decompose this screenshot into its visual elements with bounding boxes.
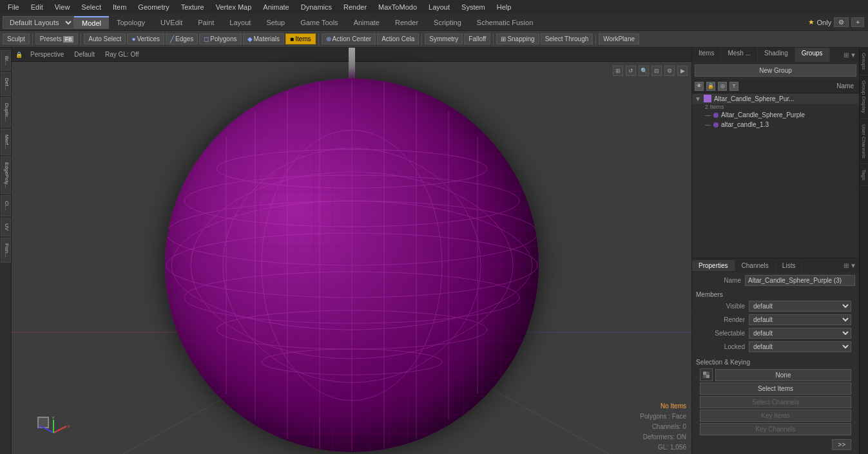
tab-render[interactable]: Render [387, 16, 426, 28]
select-through-button[interactable]: Select Through [541, 33, 593, 44]
gh-type-icon[interactable]: T [729, 82, 738, 91]
perspective-button[interactable]: Perspective [28, 50, 66, 59]
rvtab-groups[interactable]: Groups [860, 48, 868, 75]
tab-schematic[interactable]: Schematic Fusion [469, 16, 541, 28]
tab-topology[interactable]: Topology [109, 16, 153, 28]
materials-button[interactable]: ◆ Materials [243, 33, 285, 44]
action-center-button[interactable]: ⊕ Action Center [322, 33, 376, 44]
ray-gl-button[interactable]: Ray GL: Off [102, 50, 142, 59]
name-label: Name [696, 277, 741, 284]
expand-icon[interactable]: ▶ [677, 66, 688, 76]
pt-tab-lists[interactable]: Lists [776, 260, 803, 271]
menu-view[interactable]: View [50, 2, 75, 12]
polygons-button[interactable]: ◻ Polygons [199, 33, 241, 44]
rp-expand-icon[interactable]: ⊞ [844, 52, 849, 59]
sidebar-tab-edgepoly[interactable]: EdgePoly... [1, 156, 11, 194]
default-button[interactable]: Default [72, 50, 97, 59]
name-input[interactable] [745, 275, 855, 286]
menu-item[interactable]: Item [108, 2, 131, 12]
sep5 [493, 33, 494, 45]
refresh-icon[interactable]: ↺ [626, 66, 636, 76]
menu-system[interactable]: System [456, 2, 490, 12]
rp-tab-groups[interactable]: Groups [795, 48, 830, 62]
add-layout-button[interactable]: + [851, 17, 864, 27]
render-select[interactable]: default [749, 314, 851, 325]
visible-select[interactable]: default [749, 301, 851, 312]
menu-texture[interactable]: Texture [176, 2, 209, 12]
menu-file[interactable]: File [3, 2, 24, 12]
gh-lock-icon[interactable]: 🔒 [706, 82, 715, 91]
tab-game-tools[interactable]: Game Tools [293, 16, 346, 28]
sidebar-tab-merf[interactable]: Merf... [1, 129, 11, 155]
snapping-button[interactable]: ⊞ Snapping [496, 33, 539, 44]
arrow-button[interactable]: >> [832, 439, 851, 450]
pt-tab-properties[interactable]: Properties [692, 260, 735, 271]
menu-geometry[interactable]: Geometry [133, 2, 174, 12]
settings-icon[interactable]: ⚙ [664, 66, 675, 76]
select-items-button[interactable]: Select Items [700, 383, 851, 395]
pt-expand-icon[interactable]: ⊞ [844, 262, 849, 269]
tab-uvedit[interactable]: UVEdit [153, 16, 190, 28]
menu-animate[interactable]: Animate [258, 2, 294, 12]
viewport-canvas[interactable]: X Z Y ⊞ ↺ 🔍 ⊟ ⚙ ▶ No Items Polygons : Fa… [12, 62, 691, 454]
sidebar-tab-uv[interactable]: UV [1, 218, 11, 236]
menu-edit[interactable]: Edit [26, 2, 48, 12]
rvtab-user-channels[interactable]: User Channels [860, 119, 868, 164]
tab-model[interactable]: Model [74, 16, 109, 29]
sidebar-tab-duplic[interactable]: Duplic... [1, 97, 11, 128]
presets-button[interactable]: Presets F8 [35, 33, 78, 44]
tab-animate[interactable]: Animate [346, 16, 387, 28]
falloff-button[interactable]: Falloff [464, 33, 490, 44]
sidebar-tab-br[interactable]: Br... [1, 50, 11, 71]
tab-scripting[interactable]: Scripting [426, 16, 469, 28]
tab-setup[interactable]: Setup [258, 16, 293, 28]
tab-paint[interactable]: Paint [190, 16, 222, 28]
group-count: 2 Items [692, 104, 859, 110]
sculpt-button[interactable]: Sculpt [3, 33, 30, 44]
none-button[interactable]: None [715, 369, 851, 381]
rvtab-tags[interactable]: Tags [860, 164, 868, 186]
group-child-0[interactable]: — Altar_Candle_Sphere_Purple [702, 110, 859, 120]
settings-icon[interactable]: ⚙ [834, 17, 849, 27]
layout-dropdown[interactable]: Default Layouts [3, 16, 74, 29]
menu-maxtomodo[interactable]: MaxToModo [373, 2, 422, 12]
locked-select[interactable]: default [749, 341, 851, 352]
rp-tab-shading[interactable]: Shading [758, 48, 795, 62]
gh-render-icon[interactable]: ◎ [718, 82, 727, 91]
work-plane-button[interactable]: WorkPlane [599, 33, 639, 44]
menu-dynamics[interactable]: Dynamics [296, 2, 337, 12]
items-button[interactable]: ■ Items [285, 33, 316, 44]
tab-layout[interactable]: Layout [222, 16, 258, 28]
menu-help[interactable]: Help [492, 2, 517, 12]
rp-tab-mesh[interactable]: Mesh ... [721, 48, 758, 62]
vertices-button[interactable]: ● Vertices [127, 33, 164, 44]
rp-settings-icon[interactable]: ▼ [850, 52, 856, 59]
child-arrow-1: — [705, 122, 711, 128]
sidebar-tab-cl[interactable]: Cl... [1, 195, 11, 216]
pt-settings-icon[interactable]: ▼ [850, 262, 856, 269]
group-expand-arrow[interactable]: ▼ [695, 95, 701, 102]
group-child-1[interactable]: — altar_candle_1.3 [702, 120, 859, 129]
zoom-icon[interactable]: ⊟ [651, 66, 662, 76]
menu-render[interactable]: Render [338, 2, 372, 12]
menu-layout[interactable]: Layout [423, 2, 455, 12]
svg-point-28 [184, 272, 519, 323]
selectable-select[interactable]: default [749, 328, 851, 339]
auto-select-button[interactable]: Auto Select [84, 33, 126, 44]
sidebar-tab-fish[interactable]: Fish... [1, 238, 11, 263]
group-item[interactable]: ▼ Altar_Candle_Sphere_Pur... [692, 93, 859, 104]
search-icon[interactable]: 🔍 [639, 66, 649, 76]
maximize-icon[interactable]: ⊞ [613, 66, 623, 76]
rp-tab-items[interactable]: Items [692, 48, 721, 62]
sidebar-tab-def[interactable]: Def... [1, 72, 11, 96]
new-group-button[interactable]: New Group [695, 64, 856, 77]
symmetry-button[interactable]: Symmetry [425, 33, 463, 44]
menu-vertex-map[interactable]: Vertex Map [211, 2, 257, 12]
menu-select[interactable]: Select [76, 2, 106, 12]
gh-visible-icon[interactable]: 👁 [695, 82, 704, 91]
rvtab-group-display[interactable]: Group Display [860, 75, 868, 119]
edges-button[interactable]: ╱ Edges [166, 33, 198, 44]
pt-tab-channels[interactable]: Channels [735, 260, 776, 271]
viewport[interactable]: 🔒 Perspective Default Ray GL: Off [12, 48, 691, 454]
action-cela-button[interactable]: Action Cela [377, 33, 419, 44]
